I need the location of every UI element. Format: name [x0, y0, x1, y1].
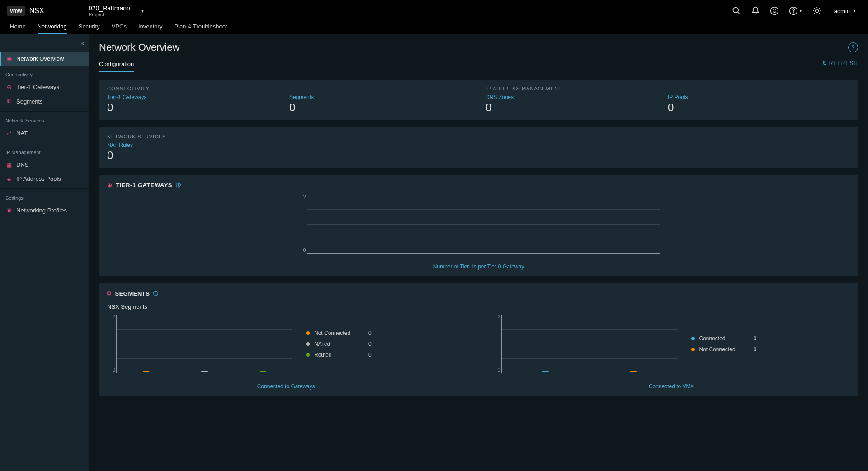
segments-left-chart: 2 0: [116, 315, 292, 373]
sidebar-item-dns[interactable]: ▦ DNS: [0, 158, 89, 172]
stat-nat-value: 0: [107, 149, 850, 162]
refresh-button[interactable]: ↻ REFRESH: [822, 60, 858, 69]
legend-dot: [691, 348, 695, 351]
y-tick-min: 0: [497, 367, 500, 372]
topbar-actions: ▼: [732, 6, 821, 15]
gateway-icon: ⊕: [107, 182, 113, 188]
y-tick-min: 0: [303, 247, 306, 253]
segments-icon: ⧉: [5, 98, 13, 105]
svg-line-13: [819, 13, 819, 14]
legend-value: 0: [368, 330, 372, 336]
legend-value: 0: [368, 341, 372, 347]
info-icon[interactable]: ⓘ: [176, 182, 181, 188]
project-name: 020_Rattmann: [89, 5, 130, 12]
sidebar: « ◉ Network Overview Connectivity ⊕ Tier…: [0, 34, 89, 471]
stat-pools-label[interactable]: IP Pools: [668, 94, 850, 100]
sidebar-item-networking-profiles[interactable]: ▣ Networking Profiles: [0, 203, 89, 217]
project-label: Project: [89, 12, 130, 17]
segments-left-legend: Not Connected 0 NATed 0 Routed: [306, 330, 372, 358]
stat-tier1-value: 0: [107, 101, 289, 114]
stat-nat-label[interactable]: NAT Rules: [107, 142, 850, 148]
sidebar-section-connectivity: Connectivity: [0, 66, 89, 80]
legend-label: Routed: [314, 352, 364, 358]
stat-segments-value: 0: [289, 101, 472, 114]
legend-value: 0: [368, 352, 372, 358]
legend-item: Connected 0: [691, 335, 757, 342]
sidebar-section-settings: Settings: [0, 189, 89, 203]
refresh-icon: ↻: [822, 60, 827, 66]
sidebar-item-segments[interactable]: ⧉ Segments: [0, 94, 89, 108]
segments-right-chart: 2 0: [501, 315, 678, 373]
user-menu[interactable]: admin ▼: [830, 8, 861, 14]
page-help-button[interactable]: ?: [848, 42, 858, 52]
nav-plan-troubleshoot[interactable]: Plan & Troubleshoot: [174, 20, 227, 34]
nav-home[interactable]: Home: [10, 20, 26, 34]
legend-item: Not Connected 0: [691, 346, 757, 353]
stats-card-services: NETWORK SERVICES NAT Rules 0: [99, 127, 858, 168]
nav-security[interactable]: Security: [79, 20, 100, 34]
profile-icon: ▣: [5, 207, 13, 214]
sidebar-item-nat[interactable]: ⇄ NAT: [0, 126, 89, 140]
search-icon[interactable]: [732, 6, 741, 15]
page-title: Network Overview: [99, 42, 179, 53]
sidebar-section-network-services: Network Services: [0, 112, 89, 126]
smile-icon[interactable]: [770, 6, 779, 15]
project-selector[interactable]: 020_Rattmann Project ▼: [85, 3, 148, 19]
sidebar-item-label: DNS: [16, 161, 28, 168]
sidebar-collapse-button[interactable]: «: [0, 34, 89, 52]
svg-line-1: [737, 12, 740, 14]
y-tick-min: 0: [113, 367, 115, 372]
svg-point-7: [815, 9, 818, 13]
brand: vmw NSX: [7, 6, 80, 16]
gateway-icon: ⊕: [5, 84, 13, 90]
nav-networking[interactable]: Networking: [38, 20, 67, 34]
segments-right-legend: Connected 0 Not Connected 0: [691, 335, 757, 353]
sidebar-item-label: Tier-1 Gateways: [16, 84, 59, 90]
nat-icon: ⇄: [5, 130, 13, 137]
legend-item: NATed 0: [306, 341, 372, 347]
segments-left-caption[interactable]: Connected to Gateways: [107, 383, 465, 390]
svg-point-6: [793, 13, 793, 13]
legend-item: Routed 0: [306, 352, 372, 358]
bell-icon[interactable]: [751, 6, 760, 15]
brand-name: NSX: [29, 7, 44, 15]
legend-dot: [691, 337, 695, 340]
stats-card-top: CONNECTIVITY Tier-1 Gateways 0 Segments …: [99, 80, 858, 120]
segments-icon: ⧉: [107, 290, 112, 297]
sidebar-item-network-overview[interactable]: ◉ Network Overview: [0, 52, 89, 66]
legend-item: Not Connected 0: [306, 330, 372, 336]
info-icon[interactable]: ⓘ: [153, 290, 159, 297]
overview-icon: ◉: [5, 55, 13, 62]
main-content: Network Overview ? Configuration ↻ REFRE…: [89, 34, 868, 471]
help-icon[interactable]: ▼: [789, 6, 802, 15]
sidebar-item-label: Network Overview: [16, 55, 64, 62]
subtab-configuration[interactable]: Configuration: [99, 57, 134, 72]
y-tick-max: 2: [497, 314, 500, 319]
sidebar-item-ip-pools[interactable]: ◈ IP Address Pools: [0, 172, 89, 186]
stat-dns-label[interactable]: DNS Zones: [486, 94, 668, 100]
tier1-chart-caption[interactable]: Number of Tier-1s per Tier-0 Gateway: [107, 264, 850, 270]
sidebar-item-tier1-gateways[interactable]: ⊕ Tier-1 Gateways: [0, 80, 89, 94]
segments-card-title: SEGMENTS: [115, 290, 150, 297]
stat-segments-label[interactable]: Segments: [289, 94, 472, 100]
legend-value: 0: [754, 346, 757, 353]
stat-dns-value: 0: [486, 101, 668, 114]
segments-right-caption[interactable]: Connected to VMs: [492, 383, 850, 390]
nav-inventory[interactable]: Inventory: [138, 20, 162, 34]
svg-line-12: [814, 8, 815, 9]
legend-value: 0: [754, 335, 757, 342]
sidebar-section-ip-management: IP Management: [0, 143, 89, 158]
stats-group-services-title: NETWORK SERVICES: [107, 134, 850, 139]
sidebar-item-label: Segments: [16, 98, 43, 105]
chevron-down-icon: ▼: [853, 9, 856, 13]
svg-line-14: [814, 13, 815, 14]
nav-vpcs[interactable]: VPCs: [112, 20, 127, 34]
stat-tier1-label[interactable]: Tier-1 Gateways: [107, 94, 289, 100]
theme-icon[interactable]: [812, 6, 821, 15]
legend-label: NATed: [314, 341, 364, 347]
primary-nav: Home Networking Security VPCs Inventory …: [0, 22, 868, 34]
tier1-chart: 2 0: [307, 195, 660, 254]
chevron-down-icon: ▼: [140, 9, 145, 14]
brand-logo: vmw: [7, 6, 25, 16]
topbar: vmw NSX 020_Rattmann Project ▼ ▼ admin ▼: [0, 0, 868, 22]
